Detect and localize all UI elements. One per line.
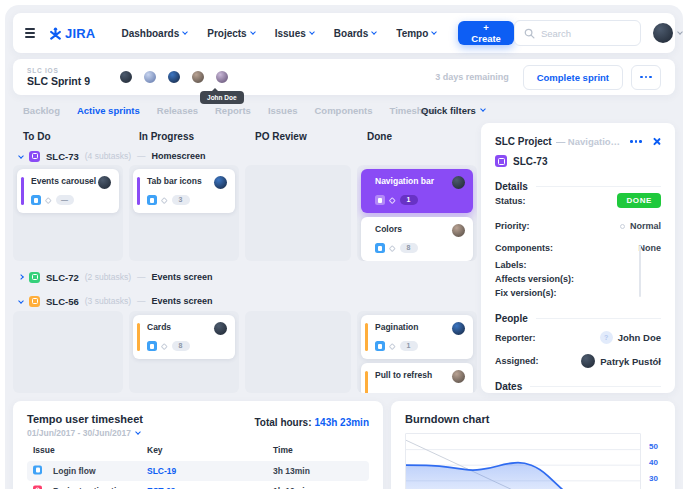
priority-icon	[389, 245, 395, 251]
board-card[interactable]: Events carousel —	[17, 169, 119, 213]
quick-filters-dropdown[interactable]: Quick filters	[421, 105, 485, 116]
avatar	[214, 176, 227, 189]
card-accent	[137, 323, 140, 351]
tab-active-sprints[interactable]: Active sprints	[77, 105, 140, 116]
board-card[interactable]: Cards 8	[133, 315, 235, 359]
board-card[interactable]: Tab bar icons 3	[133, 169, 235, 213]
chevron-down-icon	[250, 29, 256, 35]
tab-components[interactable]: Components	[314, 105, 372, 116]
chevron-down-icon	[431, 29, 437, 35]
table-row[interactable]: Project estimation EST-63 1h 10min	[27, 481, 369, 489]
tab-issues[interactable]: Issues	[268, 105, 298, 116]
table-row[interactable]: Login flow SLC-19 3h 13min	[27, 461, 369, 481]
avatar[interactable]	[190, 69, 206, 85]
burndown-title: Burndown chart	[405, 413, 661, 425]
avatar-tooltip: John Doe	[200, 91, 244, 104]
tab-backlog[interactable]: Backlog	[23, 105, 60, 116]
issue-details-panel: SLC Project — Navigation bar SLC-73 Deta…	[481, 123, 675, 393]
col-header-issue: Issue	[33, 445, 55, 455]
nav-item-issues[interactable]: Issues	[275, 28, 314, 39]
people-section-label: People	[495, 313, 528, 324]
hamburger-menu-icon[interactable]	[25, 28, 35, 38]
priority-icon	[389, 197, 395, 203]
days-remaining-label: 3 days remaining	[435, 72, 509, 82]
swimlane-header-slc-73[interactable]: SLC-73 (4 subtasks) — Homescreen	[19, 150, 206, 162]
story-icon	[375, 195, 385, 205]
chevron-down-icon	[309, 29, 315, 35]
story-icon	[375, 341, 385, 351]
avatar[interactable]	[214, 69, 230, 85]
avatar[interactable]	[118, 69, 134, 85]
swimlane-header-slc-56[interactable]: SLC-56 (3 subtasks) — Events screen	[19, 295, 213, 307]
nav-item-tempo[interactable]: Tempo	[396, 28, 436, 39]
card-accent	[137, 177, 140, 205]
timesheet-date-range[interactable]: 01/Jun/2017 - 30/Jun/2017	[27, 428, 369, 438]
chevron-down-icon	[18, 298, 24, 304]
create-button[interactable]: + Create	[458, 21, 514, 45]
details-project-name: SLC Project	[495, 136, 552, 147]
board-card[interactable]: Colors 8	[361, 217, 473, 261]
search-box[interactable]	[514, 20, 641, 46]
estimate-pill: 1	[400, 341, 418, 351]
app-root: JIRA Dashboards Projects Issues Boards T…	[0, 0, 688, 489]
details-issue-key: SLC-73	[513, 156, 547, 167]
tab-releases[interactable]: Releases	[157, 105, 198, 116]
swimlane-header-slc-72[interactable]: SLC-72 (2 subtasks) — Events screen	[19, 271, 213, 283]
avatar[interactable]	[166, 69, 182, 85]
burndown-plot	[405, 433, 641, 489]
nav-item-boards[interactable]: Boards	[334, 28, 376, 39]
search-icon	[524, 28, 535, 39]
app-canvas: JIRA Dashboards Projects Issues Boards T…	[5, 5, 683, 489]
avatar	[98, 176, 111, 189]
issue-key-link[interactable]: SLC-19	[147, 466, 176, 476]
nav-item-dashboards[interactable]: Dashboards	[121, 28, 187, 39]
board-card-selected[interactable]: Navigation bar 1	[361, 169, 473, 213]
board-card[interactable]: Pagination 1	[361, 315, 473, 359]
story-icon	[147, 341, 157, 351]
priority-normal-icon	[620, 224, 625, 229]
estimate-pill: 3	[172, 195, 190, 205]
burndown-panel: Burndown chart 50 40 30 20	[391, 401, 675, 489]
kanban-column-track: Cards 8	[129, 311, 239, 393]
main-nav: Dashboards Projects Issues Boards Tempo	[121, 28, 436, 39]
estimate-pill: 1	[400, 195, 418, 205]
chevron-down-icon	[18, 153, 24, 159]
avatar	[452, 370, 465, 383]
board-card[interactable]: Pull to refresh	[361, 363, 473, 393]
jira-logo[interactable]: JIRA	[49, 26, 95, 41]
more-button[interactable]	[631, 65, 661, 90]
search-input[interactable]	[541, 28, 631, 39]
nav-item-projects[interactable]: Projects	[207, 28, 254, 39]
column-header-done: Done	[367, 131, 392, 142]
project-label: SLC IOS	[27, 67, 90, 74]
panel-more-icon[interactable]	[630, 140, 642, 143]
chevron-down-icon	[677, 29, 683, 35]
chevron-down-icon	[371, 29, 377, 35]
avatar	[653, 23, 673, 43]
col-header-time: Time	[273, 445, 293, 455]
y-tick-label: 50	[649, 442, 669, 451]
priority-icon	[161, 197, 167, 203]
status-badge: DONE	[617, 193, 661, 208]
panel-scrollbar[interactable]	[639, 245, 641, 297]
story-type-icon	[29, 296, 40, 307]
avatar[interactable]	[142, 69, 158, 85]
details-section-label: Details	[495, 181, 528, 192]
avatar	[452, 224, 465, 237]
y-tick-label: 40	[649, 458, 669, 467]
card-accent	[21, 177, 24, 205]
column-header-in-progress: In Progress	[139, 131, 194, 142]
kanban-column-track	[13, 311, 123, 393]
user-menu[interactable]	[653, 23, 682, 43]
priority-icon	[389, 343, 395, 349]
dates-section-label: Dates	[495, 381, 522, 392]
avatar	[452, 176, 465, 189]
details-issue-title: — Navigation bar	[556, 136, 625, 147]
close-icon[interactable]	[652, 137, 661, 146]
estimate-pill: 8	[172, 341, 190, 351]
tab-reports[interactable]: Reports	[215, 105, 251, 116]
jira-logo-text: JIRA	[65, 26, 95, 41]
reporter-placeholder-icon: ?	[600, 331, 613, 344]
complete-sprint-button[interactable]: Complete sprint	[523, 65, 623, 90]
board-tabs: Backlog Active sprints Releases Reports …	[13, 99, 675, 121]
